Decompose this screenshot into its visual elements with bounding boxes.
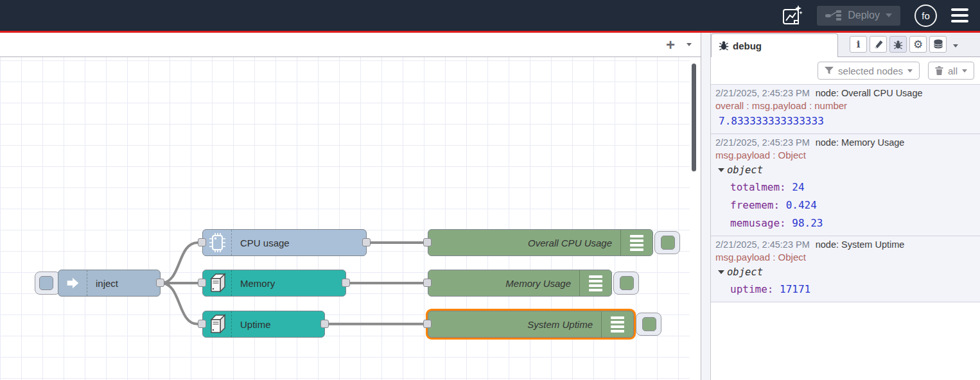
output-port[interactable] xyxy=(320,320,329,328)
input-port[interactable] xyxy=(198,320,206,328)
message-source: node: Overall CPU Usage xyxy=(816,88,923,98)
node-label: Memory Usage xyxy=(505,278,579,289)
debug-filter-button[interactable]: selected nodes xyxy=(818,62,920,80)
message-property: msg.payload : Object xyxy=(715,251,976,264)
message-value: 7.833333333333333 xyxy=(715,112,976,130)
tab-debug-button[interactable] xyxy=(889,36,907,53)
deploy-caret-icon[interactable] xyxy=(886,13,892,17)
output-port[interactable] xyxy=(342,279,350,287)
flow-export-sparkle-icon[interactable] xyxy=(781,4,803,27)
flow-tabbar: + xyxy=(0,33,701,57)
object-property: totalmem24 xyxy=(715,178,976,196)
input-port[interactable] xyxy=(198,279,206,287)
wire xyxy=(161,283,198,324)
collapse-caret-icon[interactable] xyxy=(718,168,724,172)
flow-list-caret-icon[interactable] xyxy=(687,43,692,46)
debug-clear-label: all xyxy=(948,65,958,76)
output-port[interactable] xyxy=(362,238,371,246)
sidebar-splitter[interactable] xyxy=(701,33,711,380)
object-property: memusage98.23 xyxy=(715,214,976,232)
canvas-vertical-scrollbar[interactable] xyxy=(692,64,696,171)
node-label: System Uptime xyxy=(527,319,601,330)
tab-help-button[interactable] xyxy=(870,36,887,53)
app-header: Deploy fo xyxy=(0,0,980,31)
node-inject[interactable]: inject xyxy=(58,270,161,297)
server-tower-icon xyxy=(203,270,232,296)
tab-config-button[interactable]: ⚙ xyxy=(909,36,927,53)
sidebar: debug i ⚙ xyxy=(711,33,980,380)
node-label: CPU usage xyxy=(232,238,290,248)
input-port[interactable] xyxy=(198,238,206,246)
debug-toggle-button[interactable] xyxy=(654,231,680,254)
clear-caret-icon xyxy=(962,69,967,73)
debug-message[interactable]: 2/21/2025, 2:45:23 PMnode: Memory Usage … xyxy=(711,134,980,236)
object-property: freemem0.424 xyxy=(715,196,976,214)
gear-icon: ⚙ xyxy=(913,39,923,50)
debug-list-icon xyxy=(579,270,611,296)
debug-toggle-inner[interactable] xyxy=(620,276,634,290)
sidebar-tabs-caret-icon[interactable] xyxy=(953,44,958,48)
user-avatar[interactable]: fo xyxy=(914,4,937,27)
collapse-caret-icon[interactable] xyxy=(718,270,724,274)
object-label[interactable]: object xyxy=(727,162,763,178)
message-property: msg.payload : Object xyxy=(715,149,976,162)
node-memory[interactable]: Memory xyxy=(202,270,346,297)
add-flow-button[interactable]: + xyxy=(666,39,675,51)
tab-context-button[interactable] xyxy=(929,36,947,53)
main-menu-icon[interactable] xyxy=(951,8,968,22)
message-timestamp: 2/21/2025, 2:45:23 PM xyxy=(715,137,810,148)
info-icon: i xyxy=(857,39,861,50)
debug-message[interactable]: 2/21/2025, 2:45:23 PMnode: System Uptime… xyxy=(711,236,980,302)
inject-arrow-icon xyxy=(58,270,87,296)
filter-caret-icon xyxy=(907,69,913,73)
node-debug-system-uptime[interactable]: System Uptime xyxy=(428,311,634,338)
debug-list-icon xyxy=(601,311,633,337)
object-property: uptime17171 xyxy=(715,281,976,298)
node-label: Memory xyxy=(232,278,275,289)
input-port[interactable] xyxy=(423,238,432,246)
debug-clear-button[interactable]: all xyxy=(928,62,974,80)
message-timestamp: 2/21/2025, 2:45:23 PM xyxy=(715,239,810,250)
workspace: + inject xyxy=(0,33,701,380)
debug-toggle-button[interactable] xyxy=(636,313,661,336)
inject-trigger-inner[interactable] xyxy=(39,276,53,290)
bug-icon xyxy=(893,40,903,49)
node-label: inject xyxy=(87,278,118,289)
debug-message[interactable]: 2/21/2025, 2:45:23 PMnode: Overall CPU U… xyxy=(711,85,980,134)
output-port[interactable] xyxy=(156,279,164,287)
node-label: Overall CPU Usage xyxy=(528,238,620,248)
debug-message-list: 2/21/2025, 2:45:23 PMnode: Overall CPU U… xyxy=(711,84,980,302)
node-debug-overall-cpu[interactable]: Overall CPU Usage xyxy=(428,229,653,256)
node-cpu-usage[interactable]: CPU usage xyxy=(202,229,367,256)
message-timestamp: 2/21/2025, 2:45:23 PM xyxy=(715,88,810,98)
node-uptime[interactable]: Uptime xyxy=(202,311,325,338)
message-source: node: System Uptime xyxy=(816,239,905,250)
node-debug-memory[interactable]: Memory Usage xyxy=(428,270,612,297)
debug-list-icon xyxy=(620,230,652,255)
sidebar-tabbar: debug i ⚙ xyxy=(711,33,980,57)
trash-icon xyxy=(935,66,943,75)
debug-toggle-inner[interactable] xyxy=(661,236,675,250)
debug-toggle-button[interactable] xyxy=(613,272,639,295)
funnel-icon xyxy=(825,67,834,74)
tab-info-button[interactable]: i xyxy=(850,36,867,53)
deploy-button[interactable]: Deploy xyxy=(817,6,900,26)
tab-debug[interactable]: debug xyxy=(711,33,838,57)
inject-trigger-button[interactable] xyxy=(35,272,60,295)
input-port[interactable] xyxy=(423,279,432,287)
deploy-icon xyxy=(825,10,842,21)
message-property: overall : msg.payload : number xyxy=(715,99,976,112)
server-tower-icon xyxy=(203,311,232,337)
bug-icon xyxy=(719,40,729,51)
cpu-chip-icon xyxy=(203,230,232,255)
deploy-label: Deploy xyxy=(848,10,880,21)
wire xyxy=(161,243,198,283)
input-port[interactable] xyxy=(423,320,432,328)
node-label: Uptime xyxy=(232,319,271,330)
flow-canvas[interactable]: inject CPU usage xyxy=(0,57,701,380)
book-icon xyxy=(873,40,884,49)
tab-debug-label: debug xyxy=(733,40,762,51)
debug-filter-label: selected nodes xyxy=(838,65,903,76)
debug-toggle-inner[interactable] xyxy=(642,317,656,331)
object-label[interactable]: object xyxy=(727,264,763,281)
